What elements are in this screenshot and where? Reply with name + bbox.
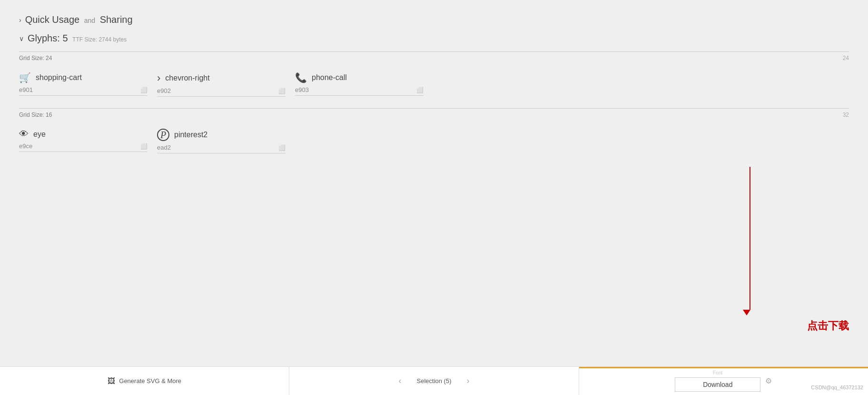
glyph-chevron-right: › chevron-right e902 ⬜ (157, 72, 286, 97)
glyphs-section: ∨ Glyphs: 5 TTF Size: 2744 bytes Grid Si… (19, 33, 849, 153)
download-section: Font Download (675, 370, 760, 392)
shopping-cart-copy[interactable]: ⬜ (140, 87, 148, 93)
nav-prev-button[interactable]: ‹ (389, 376, 411, 386)
phone-call-code: e903 (295, 86, 309, 93)
phone-call-copy[interactable]: ⬜ (416, 87, 424, 93)
phone-call-name: phone-call (312, 73, 347, 82)
quick-usage-section: › Quick Usage and Sharing (19, 14, 849, 25)
glyph-pinterest2: P pinterest2 ead2 ⬜ (157, 129, 286, 153)
glyphs-header: ∨ Glyphs: 5 TTF Size: 2744 bytes (19, 33, 849, 44)
generate-svg-button[interactable]: 🖼 Generate SVG & More (0, 367, 289, 395)
generate-svg-icon: 🖼 (108, 377, 115, 385)
eye-name: eye (33, 130, 46, 139)
shopping-cart-code: e901 (19, 86, 33, 93)
font-label: Font (713, 370, 722, 375)
shopping-cart-icon: 🛒 (19, 72, 31, 83)
csdn-watermark: CSDN@qq_46372132 (811, 385, 863, 390)
generate-svg-label: Generate SVG & More (119, 377, 181, 385)
quick-usage-title: Quick Usage and Sharing (25, 14, 133, 25)
nav-next-button[interactable]: › (457, 376, 479, 386)
pinterest2-code: ead2 (157, 144, 171, 151)
chevron-right-name: chevron-right (165, 74, 209, 82)
selection-count: Selection (5) (417, 377, 452, 385)
pinterest2-name: pinterest2 (174, 131, 207, 139)
grid-size-16-value: 32 (843, 111, 849, 118)
grid-size-16-row: Grid Size: 16 32 (19, 108, 849, 121)
shopping-cart-name: shopping-cart (36, 73, 82, 82)
glyph-eye: 👁 eye e9ce ⬜ (19, 129, 148, 153)
selection-bar: ‹ Selection (5) › (289, 367, 579, 395)
glyphs-title: Glyphs: 5 TTF Size: 2744 bytes (28, 33, 127, 44)
glyphs-grid-16: 👁 eye e9ce ⬜ P pinterest2 ead2 ⬜ (19, 129, 849, 153)
grid-size-24-value: 24 (843, 55, 849, 61)
main-content: › Quick Usage and Sharing ∨ Glyphs: 5 TT… (0, 0, 868, 366)
chevron-right-copy[interactable]: ⬜ (278, 88, 286, 94)
glyphs-chevron[interactable]: ∨ (19, 35, 24, 42)
settings-icon[interactable]: ⚙ (765, 376, 772, 385)
bottom-bar: 🖼 Generate SVG & More ‹ Selection (5) › … (0, 366, 868, 395)
download-bar: Font Download ⚙ (579, 367, 868, 395)
chevron-right-icon: › (157, 72, 160, 84)
phone-call-icon: 📞 (295, 72, 307, 83)
download-button[interactable]: Download (675, 377, 760, 392)
orange-progress-line (579, 367, 868, 368)
pinterest2-copy[interactable]: ⬜ (278, 144, 286, 151)
glyph-phone-call: 📞 phone-call e903 ⬜ (295, 72, 424, 97)
glyph-shopping-cart: 🛒 shopping-cart e901 ⬜ (19, 72, 148, 97)
chevron-right-code: e902 (157, 87, 171, 94)
grid-size-24-label: Grid Size: 24 (19, 55, 52, 61)
eye-icon: 👁 (19, 129, 29, 140)
quick-usage-chevron[interactable]: › (19, 16, 21, 24)
grid-size-16-label: Grid Size: 16 (19, 111, 52, 118)
pinterest2-icon: P (157, 129, 169, 141)
glyphs-grid-24: 🛒 shopping-cart e901 ⬜ › chevron-right e… (19, 72, 849, 97)
eye-code: e9ce (19, 142, 32, 150)
eye-copy[interactable]: ⬜ (140, 143, 148, 150)
grid-size-24-row: Grid Size: 24 24 (19, 51, 849, 64)
